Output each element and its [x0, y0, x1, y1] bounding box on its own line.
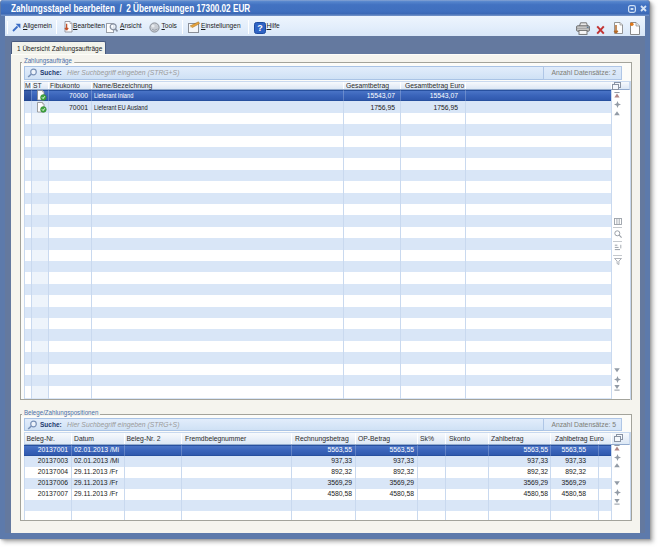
svg-text:?: ? [257, 23, 263, 33]
